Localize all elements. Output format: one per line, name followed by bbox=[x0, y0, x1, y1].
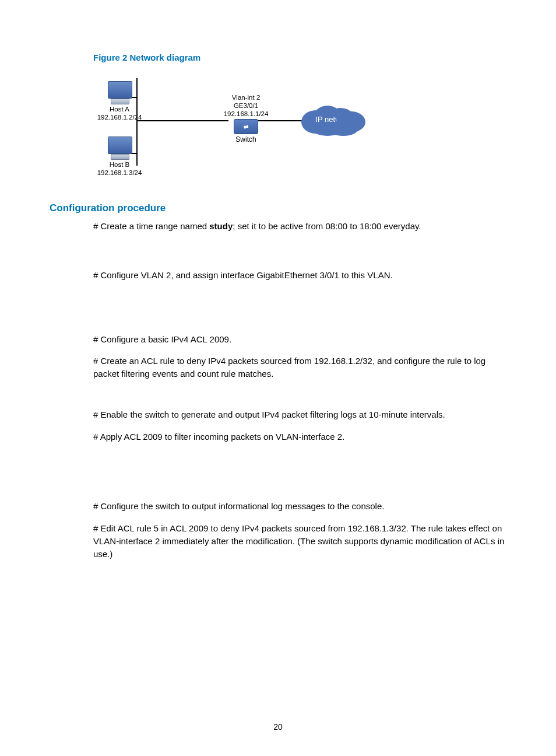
step-1: # Create a time range named study; set i… bbox=[93, 220, 506, 233]
network-diagram: Host A 192.168.1.2/24 Host B 192.168.1.3… bbox=[93, 69, 402, 186]
switch-icon: ⇄ bbox=[234, 119, 258, 134]
host-a-name: Host A bbox=[90, 106, 149, 114]
step-3: # Configure a basic IPv4 ACL 2009. bbox=[93, 333, 506, 346]
step-5: # Enable the switch to generate and outp… bbox=[93, 408, 506, 421]
step-8: # Edit ACL rule 5 in ACL 2009 to deny IP… bbox=[93, 522, 506, 560]
pc-icon bbox=[105, 81, 133, 104]
host-a-ip: 192.168.1.2/24 bbox=[90, 114, 149, 122]
section-heading: Configuration procedure bbox=[50, 202, 506, 214]
step-4: # Create an ACL rule to deny IPv4 packet… bbox=[93, 355, 506, 380]
host-b-name: Host B bbox=[90, 161, 149, 169]
step-7: # Configure the switch to output informa… bbox=[93, 500, 506, 513]
switch-port-label: GE3/0/1 bbox=[217, 102, 275, 110]
step-1-text-a: # Create a time range named bbox=[93, 221, 209, 231]
switch-vlan-label: Vlan-int 2 bbox=[217, 94, 275, 102]
ip-network-cloud: IP network bbox=[298, 106, 368, 135]
step-6: # Apply ACL 2009 to filter incoming pack… bbox=[93, 430, 506, 443]
switch-label: Switch bbox=[217, 135, 275, 144]
switch-ip-label: 192.168.1.1/24 bbox=[217, 110, 275, 118]
host-a: Host A 192.168.1.2/24 bbox=[90, 81, 149, 122]
step-2: # Configure VLAN 2, and assign interface… bbox=[93, 269, 506, 282]
step-1-bold: study bbox=[209, 221, 233, 231]
host-b-ip: 192.168.1.3/24 bbox=[90, 169, 149, 177]
pc-icon bbox=[105, 136, 133, 160]
bus-to-switch-line bbox=[138, 120, 228, 121]
page-number: 20 bbox=[0, 722, 556, 732]
switch: Vlan-int 2 GE3/0/1 192.168.1.1/24 ⇄ Swit… bbox=[217, 94, 275, 144]
step-1-text-b: ; set it to be active from 08:00 to 18:0… bbox=[233, 221, 421, 231]
page: Figure 2 Network diagram Host A 192.168.… bbox=[0, 0, 556, 756]
figure-title: Figure 2 Network diagram bbox=[93, 52, 506, 62]
cloud-icon: IP network bbox=[301, 106, 365, 135]
cloud-label: IP network bbox=[301, 115, 365, 124]
host-b: Host B 192.168.1.3/24 bbox=[90, 136, 149, 177]
